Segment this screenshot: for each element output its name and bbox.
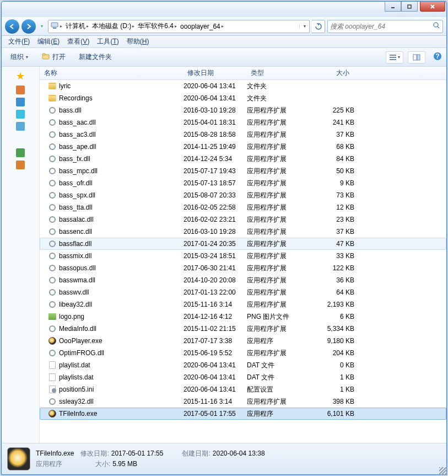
svg-point-6 xyxy=(434,23,438,27)
file-row[interactable]: bassopus.dll2017-06-30 21:41应用程序扩展122 KB xyxy=(40,262,446,274)
file-row[interactable]: bass_ac3.dll2015-08-28 18:58应用程序扩展37 KB xyxy=(40,129,446,141)
file-row[interactable]: basswv.dll2017-01-13 22:00应用程序扩展64 KB xyxy=(40,286,446,298)
breadcrumb-bar[interactable]: ▸ 计算机▸ 本地磁盘 (D:)▸ 华军软件6.4▸ oooplayer_64▸… xyxy=(48,20,310,33)
open-button[interactable]: 打开 xyxy=(37,50,70,64)
file-rows[interactable]: lyric2020-06-04 13:41文件夹Recordings2020-0… xyxy=(40,80,446,443)
file-row[interactable]: basswma.dll2014-10-20 20:08应用程序扩展36 KB xyxy=(40,274,446,286)
file-row[interactable]: OooPlayer.exe2017-07-17 3:38应用程序9,180 KB xyxy=(40,335,446,347)
sidebar-icon[interactable] xyxy=(16,122,25,131)
menu-edit[interactable]: 编辑(E) xyxy=(34,36,63,47)
file-date: 2016-03-10 19:28 xyxy=(183,106,247,114)
file-type: 应用程序扩展 xyxy=(247,349,313,358)
sidebar-icon[interactable] xyxy=(16,85,25,94)
file-row[interactable]: bassenc.dll2016-03-10 19:28应用程序扩展37 KB xyxy=(40,226,446,238)
file-name: Recordings xyxy=(59,94,183,102)
column-size[interactable]: 大小 xyxy=(312,68,354,78)
sidebar-icon[interactable] xyxy=(16,148,25,157)
nav-back-button[interactable] xyxy=(5,19,19,34)
dll-icon xyxy=(49,240,56,247)
file-icon xyxy=(49,373,56,381)
file-row[interactable]: MediaInfo.dll2015-11-02 21:15应用程序扩展5,334… xyxy=(40,323,446,335)
toolbar: 组织▾ 打开 新建文件夹 ▾ ? xyxy=(2,48,446,67)
file-row[interactable]: bass_fx.dll2014-12-24 5:34应用程序扩展84 KB xyxy=(40,153,446,165)
file-name: TFileInfo.exe xyxy=(59,410,183,418)
close-button[interactable] xyxy=(420,2,445,12)
file-name: bass_ofr.dll xyxy=(59,179,183,187)
menu-view[interactable]: 查看(V) xyxy=(64,36,93,47)
search-input[interactable] xyxy=(330,23,430,30)
menu-tools[interactable]: 工具(T) xyxy=(94,36,122,47)
file-row[interactable]: position5.ini2020-06-04 13:41配置设置1 KB xyxy=(40,383,446,395)
file-row[interactable]: playlist.dat2020-06-04 13:41DAT 文件0 KB xyxy=(40,359,446,371)
breadcrumb-folder-1[interactable]: 华军软件6.4▸ xyxy=(136,20,179,33)
status-bar: TFileInfo.exe 修改日期: 2017-05-01 17:55 创建日… xyxy=(2,443,446,474)
file-row[interactable]: bassalac.dll2016-02-02 23:21应用程序扩展23 KB xyxy=(40,213,446,226)
file-size: 9 KB xyxy=(313,179,354,187)
file-row[interactable]: playlists.dat2020-06-04 13:41DAT 文件1 KB xyxy=(40,371,446,383)
breadcrumb-computer[interactable]: 计算机▸ xyxy=(64,20,90,33)
file-row[interactable]: ssleay32.dll2015-11-16 3:14应用程序扩展398 KB xyxy=(40,395,446,408)
file-type: 文件夹 xyxy=(247,82,313,91)
file-row[interactable]: bassflac.dll2017-01-24 20:35应用程序扩展47 KB xyxy=(40,238,446,250)
status-file-icon xyxy=(7,447,30,470)
resize-grip[interactable] xyxy=(439,467,447,475)
svg-rect-1 xyxy=(408,5,411,8)
file-row[interactable]: libeay32.dll2015-11-16 3:14应用程序扩展2,193 K… xyxy=(40,298,446,311)
titlebar[interactable] xyxy=(2,2,446,17)
file-row[interactable]: bass_ofr.dll2015-07-13 18:57应用程序扩展9 KB xyxy=(40,177,446,189)
file-row[interactable]: Recordings2020-06-04 13:41文件夹 xyxy=(40,92,446,104)
maximize-button[interactable] xyxy=(401,2,418,12)
file-name: bass.dll xyxy=(59,106,183,114)
png-icon xyxy=(48,313,56,320)
file-type: 应用程序扩展 xyxy=(247,203,313,212)
file-row[interactable]: bass.dll2016-03-10 19:28应用程序扩展225 KB xyxy=(40,104,446,116)
breadcrumb-root[interactable]: ▸ xyxy=(48,20,64,33)
file-size: 36 KB xyxy=(313,276,354,284)
nav-forward-button[interactable] xyxy=(21,19,36,34)
help-icon[interactable]: ? xyxy=(433,52,442,62)
preview-pane-button[interactable] xyxy=(408,51,425,63)
column-name[interactable]: 名称 xyxy=(40,68,183,78)
organize-button[interactable]: 组织▾ xyxy=(6,50,33,64)
view-options-button[interactable]: ▾ xyxy=(386,51,403,63)
new-folder-button[interactable]: 新建文件夹 xyxy=(74,50,116,64)
column-date[interactable]: 修改日期 xyxy=(183,68,246,78)
file-row[interactable]: bass_aac.dll2015-04-01 18:31应用程序扩展241 KB xyxy=(40,116,446,129)
sidebar-icon[interactable] xyxy=(16,98,25,106)
dll-icon xyxy=(49,277,56,284)
file-date: 2015-07-17 19:43 xyxy=(183,167,247,175)
file-row[interactable]: bass_mpc.dll2015-07-17 19:43应用程序扩展50 KB xyxy=(40,165,446,177)
file-row[interactable]: OptimFROG.dll2015-06-19 5:52应用程序扩展204 KB xyxy=(40,347,446,359)
svg-rect-12 xyxy=(390,59,396,60)
file-date: 2020-06-04 13:41 xyxy=(183,361,247,369)
menu-help[interactable]: 帮助(H) xyxy=(123,36,153,47)
minimize-button[interactable] xyxy=(385,2,401,12)
column-type[interactable]: 类型 xyxy=(246,68,312,78)
file-row[interactable]: bassmix.dll2015-03-24 18:51应用程序扩展33 KB xyxy=(40,250,446,262)
nav-history-dropdown[interactable]: ▾ xyxy=(38,22,46,31)
breadcrumb-folder-2[interactable]: oooplayer_64▸ xyxy=(179,20,225,33)
file-row[interactable]: logo.png2014-12-16 4:12PNG 图片文件6 KB xyxy=(40,311,446,323)
refresh-button[interactable] xyxy=(312,20,325,33)
file-row[interactable]: TFileInfo.exe2017-05-01 17:55应用程序6,101 K… xyxy=(40,408,446,420)
file-row[interactable]: bass_spx.dll2015-08-07 20:33应用程序扩展73 KB xyxy=(40,189,446,201)
search-box[interactable] xyxy=(327,20,443,33)
search-icon[interactable] xyxy=(433,22,440,31)
file-row[interactable]: lyric2020-06-04 13:41文件夹 xyxy=(40,80,446,92)
nav-sidebar[interactable]: ★ xyxy=(2,67,40,443)
breadcrumb-drive[interactable]: 本地磁盘 (D:)▸ xyxy=(90,20,136,33)
file-name: playlist.dat xyxy=(59,361,183,369)
breadcrumb-dropdown[interactable]: ▾ xyxy=(299,24,309,29)
sidebar-icon[interactable] xyxy=(16,161,25,169)
exe-icon xyxy=(48,337,56,345)
file-date: 2014-12-16 4:12 xyxy=(183,313,247,320)
sidebar-icon[interactable] xyxy=(16,110,25,119)
favorites-icon[interactable]: ★ xyxy=(16,70,25,82)
menu-file[interactable]: 文件(F) xyxy=(5,36,33,47)
file-name: bassalac.dll xyxy=(59,216,183,223)
status-moddate: 2017-05-01 17:55 xyxy=(111,450,164,457)
file-name: OooPlayer.exe xyxy=(59,337,183,345)
file-type: 应用程序扩展 xyxy=(247,227,313,237)
file-row[interactable]: bass_ape.dll2014-11-25 19:49应用程序扩展68 KB xyxy=(40,141,446,153)
file-row[interactable]: bass_tta.dll2016-02-05 22:58应用程序扩展12 KB xyxy=(40,201,446,213)
